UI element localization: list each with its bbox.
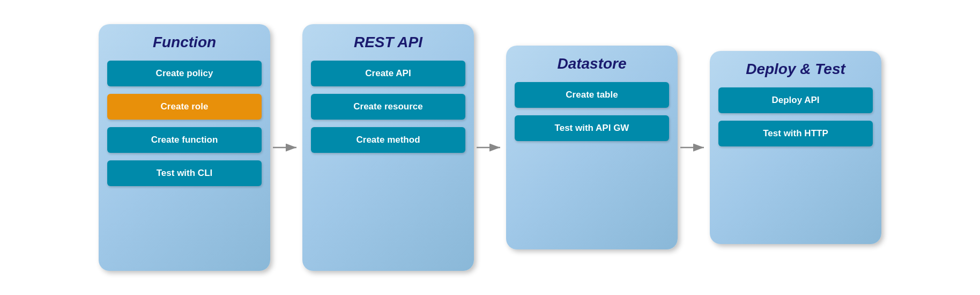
panel-title-datastore: Datastore [557,55,626,72]
panel-datastore: DatastoreCreate tableTest with API GW [506,46,678,249]
diagram: FunctionCreate policyCreate roleCreate f… [88,13,892,282]
panel-items-deploy-test: Deploy APITest with HTTP [718,87,873,146]
arrow-1 [474,137,506,158]
panel-deploy-test: Deploy & TestDeploy APITest with HTTP [710,51,881,244]
item-btn-deploy-test-1[interactable]: Test with HTTP [718,121,873,146]
item-btn-function-2[interactable]: Create function [107,127,262,153]
panel-items-function: Create policyCreate roleCreate functionT… [107,61,262,186]
panel-items-rest-api: Create APICreate resourceCreate method [311,61,465,153]
item-btn-rest-api-1[interactable]: Create resource [311,94,465,120]
panel-title-rest-api: REST API [354,34,422,51]
item-btn-rest-api-2[interactable]: Create method [311,127,465,153]
item-btn-rest-api-0[interactable]: Create API [311,61,465,86]
item-btn-function-3[interactable]: Test with CLI [107,160,262,186]
panel-title-function: Function [153,34,216,51]
item-btn-datastore-0[interactable]: Create table [515,82,669,108]
item-btn-function-1[interactable]: Create role [107,94,262,120]
item-btn-function-0[interactable]: Create policy [107,61,262,86]
panel-rest-api: REST APICreate APICreate resourceCreate … [302,24,474,271]
panel-function: FunctionCreate policyCreate roleCreate f… [99,24,270,271]
arrow-0 [270,137,302,158]
panel-title-deploy-test: Deploy & Test [746,61,845,78]
item-btn-deploy-test-0[interactable]: Deploy API [718,87,873,113]
arrow-2 [678,137,710,158]
item-btn-datastore-1[interactable]: Test with API GW [515,115,669,141]
panel-items-datastore: Create tableTest with API GW [515,82,669,141]
